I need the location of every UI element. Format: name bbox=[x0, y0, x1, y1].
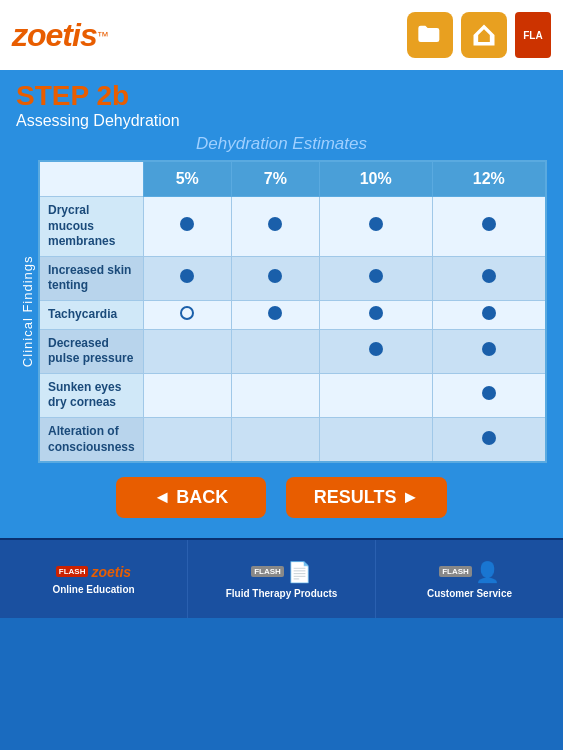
footer-brand-row: FLASH 👤 bbox=[439, 560, 500, 584]
dot-cell bbox=[432, 197, 546, 257]
dot-cell bbox=[319, 373, 432, 417]
row-label: Increased skin tenting bbox=[39, 256, 143, 300]
person-icon: 👤 bbox=[475, 560, 500, 584]
footer-item-label: Fluid Therapy Products bbox=[226, 588, 338, 599]
dot-cell bbox=[143, 417, 231, 462]
back-button[interactable]: ◄ BACK bbox=[116, 477, 266, 518]
table-row: Increased skin tenting bbox=[39, 256, 546, 300]
step-label: STEP 2b bbox=[16, 82, 547, 110]
flash-label: FLA bbox=[523, 30, 542, 41]
dot-filled bbox=[268, 217, 282, 231]
home-icon bbox=[470, 21, 498, 49]
table-row: Decreased pulse pressure bbox=[39, 329, 546, 373]
table-row: Sunken eyes dry corneas bbox=[39, 373, 546, 417]
footer-brand-row: FLASH 📄 bbox=[251, 560, 312, 584]
home-button[interactable] bbox=[461, 12, 507, 58]
dot-cell bbox=[432, 417, 546, 462]
dot-cell bbox=[231, 373, 319, 417]
footer-brand-row: FLASH zoetis bbox=[56, 564, 131, 580]
flash-on-badge: FLASH bbox=[56, 566, 89, 577]
dot-cell bbox=[319, 197, 432, 257]
footer-online-education[interactable]: FLASH zoetis Online Education bbox=[0, 540, 188, 618]
table-row: Alteration of consciousness bbox=[39, 417, 546, 462]
document-icon: 📄 bbox=[287, 560, 312, 584]
col-header-7: 7% bbox=[231, 161, 319, 197]
table-title: Dehydration Estimates bbox=[16, 134, 547, 154]
folder-icon bbox=[416, 21, 444, 49]
row-label: Decreased pulse pressure bbox=[39, 329, 143, 373]
dot-filled bbox=[268, 269, 282, 283]
dot-cell bbox=[143, 329, 231, 373]
dot-filled bbox=[482, 306, 496, 320]
dot-cell bbox=[231, 329, 319, 373]
dot-cell bbox=[143, 300, 231, 329]
dot-cell bbox=[143, 256, 231, 300]
dot-filled bbox=[369, 306, 383, 320]
logo-text: zoetis bbox=[12, 17, 97, 53]
dot-cell bbox=[319, 417, 432, 462]
dot-cell bbox=[143, 197, 231, 257]
footer-zoetis-logo: zoetis bbox=[91, 564, 131, 580]
col-header-12: 12% bbox=[432, 161, 546, 197]
app-footer: FLASH zoetis Online Education FLASH 📄 Fl… bbox=[0, 538, 563, 618]
table-container: Clinical Findings 5% 7% 10% 12% Drycral … bbox=[16, 160, 547, 463]
footer-fluid-therapy[interactable]: FLASH 📄 Fluid Therapy Products bbox=[188, 540, 376, 618]
footer-item-label: Customer Service bbox=[427, 588, 512, 599]
dot-filled bbox=[482, 217, 496, 231]
flash-off-badge: FLASH bbox=[251, 566, 284, 577]
logo: zoetis™ bbox=[12, 17, 109, 54]
row-label: Sunken eyes dry corneas bbox=[39, 373, 143, 417]
results-button[interactable]: RESULTS ► bbox=[286, 477, 448, 518]
dot-filled bbox=[369, 342, 383, 356]
dot-filled bbox=[369, 269, 383, 283]
row-label: Drycral mucous membranes bbox=[39, 197, 143, 257]
dot-filled bbox=[369, 217, 383, 231]
dot-cell bbox=[319, 256, 432, 300]
dot-filled bbox=[180, 217, 194, 231]
col-header-empty bbox=[39, 161, 143, 197]
dot-cell bbox=[319, 300, 432, 329]
dot-filled bbox=[482, 342, 496, 356]
dot-cell bbox=[231, 256, 319, 300]
dot-filled bbox=[180, 269, 194, 283]
dot-outline bbox=[180, 306, 194, 320]
dot-cell bbox=[432, 373, 546, 417]
dot-filled bbox=[482, 269, 496, 283]
flash-button[interactable]: FLA bbox=[515, 12, 551, 58]
col-header-10: 10% bbox=[319, 161, 432, 197]
dot-cell bbox=[231, 197, 319, 257]
row-label: Tachycardia bbox=[39, 300, 143, 329]
dot-filled bbox=[482, 386, 496, 400]
dot-filled bbox=[268, 306, 282, 320]
dot-cell bbox=[432, 256, 546, 300]
clinical-findings-label: Clinical Findings bbox=[16, 160, 38, 463]
footer-customer-service[interactable]: FLASH 👤 Customer Service bbox=[376, 540, 563, 618]
navigation-buttons: ◄ BACK RESULTS ► bbox=[16, 463, 547, 528]
dot-cell bbox=[231, 300, 319, 329]
dot-cell bbox=[231, 417, 319, 462]
col-header-5: 5% bbox=[143, 161, 231, 197]
folder-button[interactable] bbox=[407, 12, 453, 58]
step-subtitle: Assessing Dehydration bbox=[16, 112, 547, 130]
dot-cell bbox=[432, 300, 546, 329]
table-row: Tachycardia bbox=[39, 300, 546, 329]
flash-off-badge2: FLASH bbox=[439, 566, 472, 577]
dot-cell bbox=[143, 373, 231, 417]
dot-cell bbox=[432, 329, 546, 373]
dehydration-table: 5% 7% 10% 12% Drycral mucous membranes bbox=[38, 160, 547, 463]
main-content: STEP 2b Assessing Dehydration Dehydratio… bbox=[0, 70, 563, 538]
row-label: Alteration of consciousness bbox=[39, 417, 143, 462]
header-icons: FLA bbox=[407, 12, 551, 58]
app-header: zoetis™ FLA bbox=[0, 0, 563, 70]
dot-filled bbox=[482, 431, 496, 445]
dot-cell bbox=[319, 329, 432, 373]
table-row: Drycral mucous membranes bbox=[39, 197, 546, 257]
footer-item-label: Online Education bbox=[52, 584, 134, 595]
